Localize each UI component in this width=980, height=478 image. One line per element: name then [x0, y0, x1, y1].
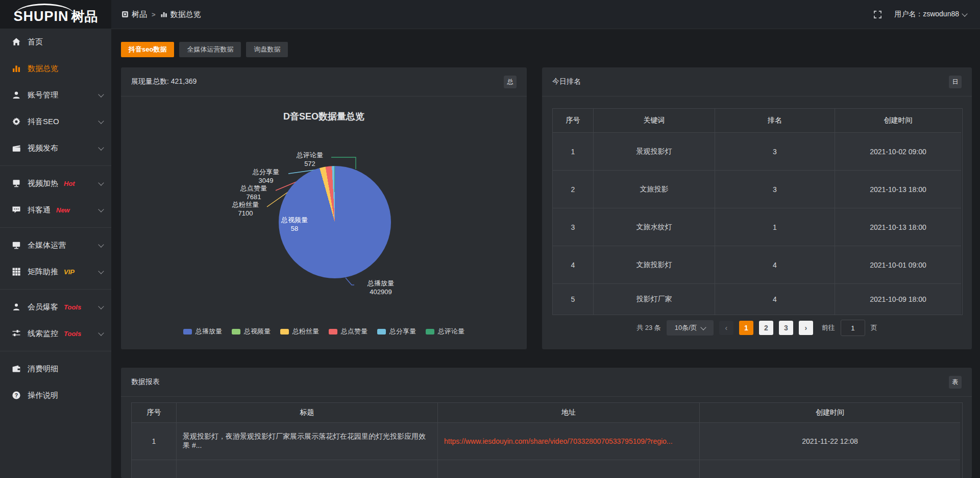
app-window: SHUPIN 树品 树品 > 数据总览: [0, 0, 980, 478]
sidebar-item-video-publish[interactable]: 视频发布: [0, 135, 111, 161]
pie-label-comments: 总评论量 572: [289, 151, 330, 168]
sidebar-item-label: 线索监控: [28, 329, 58, 339]
pie-label-shares: 总分享量 3049: [246, 168, 286, 185]
username-label: 用户名：zswodun88: [894, 10, 959, 19]
sidebar-divider: [0, 227, 111, 228]
table-cell: 2021-10-13 18:00: [835, 208, 961, 246]
sidebar-item-lead-monitor[interactable]: 线索监控 Tools: [0, 320, 111, 347]
legend-item-videos[interactable]: 总视频量: [232, 327, 271, 336]
report-panel-title: 数据报表: [131, 377, 160, 387]
pagination: 共 23 条 10条/页 ‹ 1 2 3 › 前往 页: [542, 320, 972, 336]
chart-legend: 总播放量 总视频量 总粉丝量 总点赞量 总分享量 总评论量: [121, 327, 527, 336]
goto-unit-label: 页: [871, 323, 877, 332]
breadcrumb-root-label: 树品: [132, 10, 147, 19]
sidebar-item-label: 首页: [28, 37, 43, 47]
legend-item-plays[interactable]: 总播放量: [183, 327, 222, 336]
legend-item-shares[interactable]: 总分享量: [377, 327, 416, 336]
home-icon: [11, 37, 21, 47]
monitor-icon: [11, 241, 21, 250]
tab-inquiry-data[interactable]: 询盘数据: [246, 42, 288, 57]
person-icon: [11, 302, 21, 312]
video-link[interactable]: https://www.iesdouyin.com/share/video/70…: [444, 437, 693, 445]
legend-item-likes[interactable]: 总点赞量: [329, 327, 368, 336]
question-circle-icon: ?: [11, 391, 21, 400]
user-menu[interactable]: 用户名：zswodun88: [894, 10, 967, 19]
breadcrumb-root[interactable]: 树品: [121, 10, 147, 19]
sidebar-item-spend-detail[interactable]: 消费明细: [0, 355, 111, 382]
table-cell: 3: [553, 208, 594, 246]
goto-page-input[interactable]: [841, 320, 865, 336]
chat-bubble-icon: [11, 205, 21, 215]
sidebar-divider: [0, 351, 111, 351]
prev-page-button[interactable]: ‹: [719, 321, 733, 335]
logo-arc-decoration: [14, 4, 75, 15]
column-header: 序号: [553, 109, 594, 133]
sidebar-item-video-heat[interactable]: 视频加热 Hot: [0, 170, 111, 197]
sidebar-item-member-burst[interactable]: 会员爆客 Tools: [0, 294, 111, 320]
today-rank-panel: 今日排名 日 序号 关键词 排名 创建时间 1 景观投影灯 3 2021-10-…: [542, 67, 972, 349]
sidebar-item-media-operation[interactable]: 全媒体运营: [0, 232, 111, 258]
sidebar-item-matrix-boost[interactable]: 矩阵助推 VIP: [0, 258, 111, 285]
chevron-down-icon: [98, 242, 104, 247]
table-cell: 2021-10-13 18:00: [835, 171, 961, 208]
chevron-down-icon: [98, 303, 104, 309]
day-toggle-button[interactable]: 日: [949, 76, 962, 88]
gear-icon: [11, 117, 21, 127]
chevron-down-icon: [98, 206, 104, 212]
table-cell: 3: [715, 171, 835, 208]
page-button-1[interactable]: 1: [739, 321, 753, 335]
screen-icon: [11, 179, 21, 188]
tools-badge: Tools: [64, 303, 81, 311]
video-title-cell: 景观投影灯，夜游景观投影灯厂家展示展示落花灯在花园里的灯光投影应用效果 #...: [177, 423, 438, 460]
table-cell: [438, 460, 700, 478]
pie-label-value: 572: [289, 159, 330, 168]
next-page-button[interactable]: ›: [799, 321, 813, 335]
legend-label: 总点赞量: [341, 327, 368, 336]
page-size-select[interactable]: 10条/页: [667, 320, 714, 336]
column-header: 标题: [177, 403, 438, 423]
pie-label-value: 7100: [226, 209, 265, 218]
top-bar: SHUPIN 树品 树品 > 数据总览: [0, 0, 980, 29]
table-cell: 5: [553, 284, 594, 315]
table-cell: 文旅投影: [594, 171, 715, 208]
hot-badge: Hot: [64, 180, 75, 187]
chevron-down-icon: [98, 91, 104, 97]
sidebar-item-account[interactable]: 账号管理: [0, 82, 111, 108]
sidebar-item-data-overview[interactable]: 数据总览: [0, 55, 111, 82]
table-cell: 文旅水纹灯: [594, 208, 715, 246]
chart-title: D音SEO数据量总览: [121, 110, 527, 123]
fullscreen-icon[interactable]: [873, 10, 882, 19]
tab-media-operation-data[interactable]: 全媒体运营数据: [179, 42, 241, 57]
brand-logo[interactable]: SHUPIN 树品: [13, 3, 97, 26]
breadcrumb-current[interactable]: 数据总览: [160, 10, 201, 19]
pie-label-name: 总分享量: [246, 168, 286, 176]
tab-douyin-seo-data[interactable]: 抖音seo数据: [121, 42, 174, 57]
table-toggle-button[interactable]: 表: [949, 376, 962, 389]
sidebar-item-label: 全媒体运营: [28, 241, 66, 250]
sidebar-item-label: 数据总览: [28, 64, 58, 74]
legend-item-comments[interactable]: 总评论量: [426, 327, 464, 336]
rank-table: 序号 关键词 排名 创建时间 1 景观投影灯 3 2021-10-02 09:0…: [552, 108, 963, 315]
legend-swatch: [377, 329, 386, 334]
column-header: 排名: [715, 109, 835, 133]
sidebar-item-help[interactable]: ? 操作说明: [0, 382, 111, 409]
page-button-3[interactable]: 3: [779, 321, 793, 335]
sidebar-item-douyin-seo[interactable]: 抖音SEO: [0, 108, 111, 135]
pie-label-value: 58: [275, 224, 314, 233]
legend-item-fans[interactable]: 总粉丝量: [280, 327, 319, 336]
table-cell: 2021-10-09 18:00: [835, 284, 961, 315]
legend-swatch: [183, 329, 192, 334]
goto-label: 前往: [822, 323, 835, 332]
sidebar-item-home[interactable]: 首页: [0, 29, 111, 55]
sidebar-item-douketong[interactable]: 抖客通 New: [0, 197, 111, 223]
rank-panel-title: 今日排名: [552, 77, 581, 86]
user-icon: [11, 90, 21, 100]
legend-swatch: [329, 329, 337, 334]
sliders-icon: [11, 329, 21, 339]
table-cell: 2021-10-01 09:00: [835, 246, 961, 284]
table-cell: [177, 460, 438, 478]
table-cell: 景观投影灯: [594, 133, 715, 171]
page-button-2[interactable]: 2: [759, 321, 773, 335]
chevron-down-icon: [98, 180, 104, 185]
chevron-down-icon: [962, 11, 967, 16]
